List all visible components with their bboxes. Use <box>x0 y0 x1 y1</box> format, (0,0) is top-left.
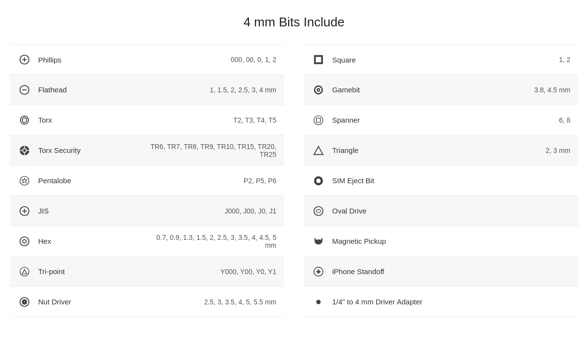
row-tri-point: Tri-pointY000, Y00, Y0, Y1 <box>10 257 284 287</box>
svg-marker-21 <box>22 269 26 274</box>
circle-outline-thick-icon <box>312 204 325 218</box>
circle-outline-icon <box>18 235 31 248</box>
square-outline-icon <box>312 53 325 66</box>
row-flathead: Flathead1, 1.5, 2, 2.5, 3, 4 mm <box>10 75 284 105</box>
svg-point-30 <box>318 89 319 90</box>
jis-value: J000, J00, J0, J1 <box>225 207 276 215</box>
circle-dot-center-icon <box>18 295 31 309</box>
gamebit-label: Gamebit <box>332 86 534 94</box>
spanner-icon <box>312 113 325 127</box>
row-iphone-standoff: iPhone Standoff <box>304 257 578 287</box>
torx-security-value: TR6, TR7, TR8, TR9, TR10, TR15, TR20, TR… <box>149 143 276 158</box>
row-torx: TorxT2, T3, T4, T5 <box>10 105 284 135</box>
square-label: Square <box>332 56 559 64</box>
page-title: 4 mm Bits Include <box>10 15 578 30</box>
phillips-value: 000, 00, 0, 1, 2 <box>231 56 276 64</box>
minus-circle-icon <box>18 83 31 97</box>
svg-rect-26 <box>316 57 321 63</box>
svg-point-40 <box>314 206 323 215</box>
tri-point-label: Tri-point <box>38 267 221 276</box>
plus-circle-icon <box>18 204 31 218</box>
pentalobe-value: P2, P5, P6 <box>244 177 276 185</box>
triangle-value: 2, 3 mm <box>545 147 570 154</box>
sim-eject-label: SIM Eject Bit <box>332 176 570 185</box>
row-spanner: Spanner6, 8 <box>304 105 578 135</box>
row-driver-adapter: 1/4" to 4 mm Driver Adapter <box>304 287 578 317</box>
row-square: Square1, 2 <box>304 44 578 75</box>
row-nut-driver: Nut Driver2.5, 3, 3.5, 4, 5, 5.5 mm <box>10 287 284 317</box>
svg-point-51 <box>316 300 320 304</box>
jis-label: JIS <box>38 207 225 215</box>
driver-adapter-label: 1/4" to 4 mm Driver Adapter <box>332 298 570 306</box>
row-magnetic-pickup: Magnetic Pickup <box>304 226 578 257</box>
svg-point-41 <box>316 209 320 212</box>
circle-ring-icon <box>312 83 325 97</box>
svg-point-8 <box>23 149 26 151</box>
triangle-outline-icon <box>312 144 325 157</box>
magnet-icon <box>312 235 325 248</box>
row-gamebit: Gamebit3.8, 4.5 mm <box>304 75 578 105</box>
svg-point-19 <box>23 239 26 243</box>
svg-point-31 <box>314 115 323 124</box>
row-phillips: Phillips000, 00, 0, 1, 2 <box>10 44 284 75</box>
nut-driver-label: Nut Driver <box>38 298 204 306</box>
svg-point-18 <box>20 236 29 245</box>
svg-point-39 <box>316 178 320 183</box>
flathead-label: Flathead <box>38 86 210 94</box>
svg-point-24 <box>23 301 25 303</box>
row-sim-eject: SIM Eject Bit <box>304 166 578 196</box>
page: 4 mm Bits Include Phillips000, 00, 0, 1,… <box>0 0 588 337</box>
hex-label: Hex <box>38 237 149 245</box>
nut-driver-value: 2.5, 3, 3.5, 4, 5, 5.5 mm <box>204 298 276 306</box>
svg-marker-37 <box>314 146 323 154</box>
row-oval-drive: Oval Drive <box>304 196 578 226</box>
magnetic-pickup-label: Magnetic Pickup <box>332 237 570 245</box>
row-triangle: Triangle2, 3 mm <box>304 135 578 166</box>
svg-point-20 <box>20 267 29 276</box>
torx-value: T2, T3, T4, T5 <box>233 116 276 124</box>
triangle-label: Triangle <box>332 146 545 154</box>
cross-circle-icon <box>312 265 325 278</box>
plus-circle-icon <box>18 53 31 66</box>
column-0: Phillips000, 00, 0, 1, 2 Flathead1, 1.5,… <box>10 44 284 317</box>
torx-security-label: Torx Security <box>38 146 149 154</box>
gear-circle-icon <box>18 113 31 127</box>
circle-filled-icon <box>312 174 325 188</box>
row-hex: Hex0.7, 0.9, 1.3, 1.5, 2, 2.5, 3, 3.5, 4… <box>10 226 284 257</box>
row-pentalobe: PentalobeP2, P5, P6 <box>10 166 284 196</box>
flathead-value: 1, 1.5, 2, 2.5, 3, 4 mm <box>210 86 276 94</box>
square-value: 1, 2 <box>559 56 570 64</box>
tri-circle-icon <box>18 265 31 278</box>
tri-point-value: Y000, Y00, Y0, Y1 <box>221 268 276 276</box>
bits-grid: Phillips000, 00, 0, 1, 2 Flathead1, 1.5,… <box>10 44 578 317</box>
circle-small-icon <box>312 295 325 309</box>
row-jis: JISJ000, J00, J0, J1 <box>10 196 284 226</box>
star-circle-icon <box>18 174 31 188</box>
torx-label: Torx <box>38 116 233 124</box>
hex-value: 0.7, 0.9, 1.3, 1.5, 2, 2.5, 3, 3.5, 4, 4… <box>149 234 276 249</box>
gamebit-value: 3.8, 4.5 mm <box>534 86 570 94</box>
phillips-label: Phillips <box>38 56 231 64</box>
column-1: Square1, 2 Gamebit3.8, 4.5 mm Spanner6, … <box>304 44 578 317</box>
svg-marker-14 <box>22 178 27 183</box>
spanner-value: 6, 8 <box>559 116 570 124</box>
svg-point-5 <box>23 119 25 121</box>
pentalobe-label: Pentalobe <box>38 176 244 185</box>
gear-circle-dot-icon <box>18 144 31 157</box>
row-torx-security: Torx SecurityTR6, TR7, TR8, TR9, TR10, T… <box>10 135 284 166</box>
oval-drive-label: Oval Drive <box>332 207 570 215</box>
spanner-label: Spanner <box>332 116 559 124</box>
iphone-standoff-label: iPhone Standoff <box>332 267 570 276</box>
